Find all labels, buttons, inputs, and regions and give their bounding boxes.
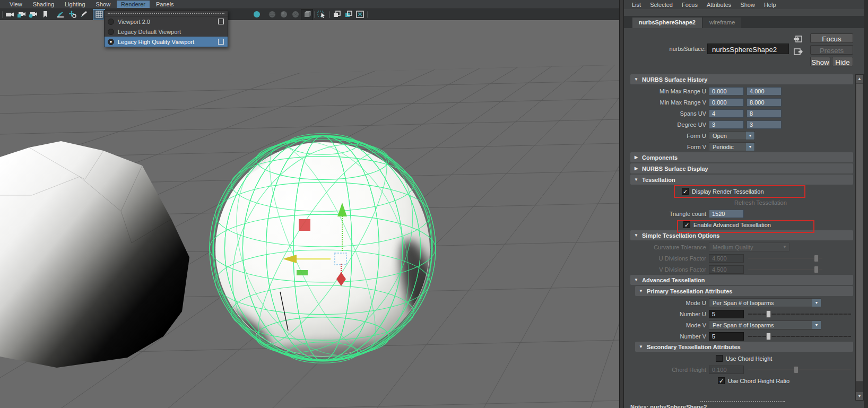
section-nurbs-surface-history[interactable]: ▼ NURBS Surface History	[630, 74, 853, 84]
pencil-icon[interactable]	[78, 10, 89, 20]
number-v-field[interactable]: 5	[709, 332, 744, 341]
number-u-field[interactable]: 5	[709, 310, 744, 318]
section-primary-tessellation-attributes[interactable]: ▼ Primary Tessellation Attributes	[635, 286, 853, 296]
section-components[interactable]: ▶ Components	[630, 152, 853, 162]
slider-handle[interactable]	[766, 333, 771, 340]
checkbox-label: Use Chord Height Ratio	[728, 378, 789, 384]
menu-item-legacy-high-quality[interactable]: ● Legacy High Quality Viewport	[105, 37, 228, 47]
mode-u-dropdown[interactable]: Per Span # of Isoparms ▼	[709, 298, 821, 307]
manip-plane-handle-red[interactable]	[299, 219, 310, 231]
menu-show[interactable]: Show	[92, 1, 115, 8]
section-simple-tessellation-options[interactable]: ▼ Simple Tessellation Options	[630, 230, 853, 240]
grid-icon[interactable]	[93, 10, 105, 20]
min-range-u-field[interactable]: 0.000	[709, 87, 744, 96]
breakout-tab-icon[interactable]	[794, 48, 803, 56]
spans-v-field[interactable]: 8	[747, 109, 782, 118]
copy-tab-icon[interactable]	[794, 35, 803, 43]
enable-advanced-tessellation-checkbox[interactable]: ✓	[683, 221, 690, 228]
isolate-select-icon[interactable]	[331, 10, 342, 20]
ae-menu-list[interactable]: List	[628, 1, 645, 8]
mode-v-dropdown[interactable]: Per Span # of Isoparms ▼	[709, 320, 821, 329]
bookmark-icon[interactable]	[39, 10, 50, 20]
menu-item-viewport-2[interactable]: Viewport 2.0	[105, 16, 228, 27]
ae-header-area: nurbsSurface: Focus Presets Show Hide	[624, 28, 868, 74]
section-title: NURBS Surface History	[642, 76, 707, 83]
ae-menu-focus[interactable]: Focus	[678, 1, 701, 8]
camera-lock-icon[interactable]	[16, 10, 27, 20]
dropdown-value: Per Span # of Isoparms	[709, 300, 812, 306]
max-range-u-field[interactable]: 4.000	[747, 87, 782, 96]
focus-button[interactable]: Focus	[810, 33, 853, 43]
tab-wireframe[interactable]: wireframe	[703, 18, 741, 28]
option-box-icon[interactable]	[218, 39, 224, 45]
wireframe-sphere-icon[interactable]	[266, 10, 277, 20]
viewport-3d-canvas[interactable]	[0, 20, 619, 408]
max-range-v-field[interactable]: 8.000	[747, 98, 782, 107]
manip-plane-handle-green[interactable]	[297, 270, 308, 275]
degree-u-field[interactable]: 3	[709, 120, 744, 129]
ae-menu-selected[interactable]: Selected	[646, 1, 676, 8]
min-range-v-field[interactable]: 0.000	[709, 98, 744, 107]
notes-splitter-handle[interactable]	[700, 401, 785, 402]
lighting-icon[interactable]	[55, 10, 66, 20]
menu-view[interactable]: View	[5, 1, 27, 8]
surface-name-field[interactable]	[707, 44, 789, 54]
section-nurbs-surface-display[interactable]: ▶ NURBS Surface Display	[630, 163, 853, 173]
use-chord-height-ratio-checkbox[interactable]: ✓	[718, 377, 725, 384]
isolate-swap-icon[interactable]	[354, 10, 366, 20]
ae-menu-help[interactable]: Help	[760, 1, 780, 8]
refresh-tessellation-button[interactable]: Refresh Tessellation	[734, 199, 787, 206]
menu-lighting[interactable]: Lighting	[60, 1, 90, 8]
textured-cube-icon[interactable]	[301, 10, 313, 20]
ae-scrollbar[interactable]: ▲ ▼	[855, 74, 864, 401]
menu-item-label: Legacy High Quality Viewport	[118, 39, 194, 45]
menu-panels[interactable]: Panels	[152, 1, 178, 8]
show-button[interactable]: Show	[810, 57, 830, 66]
number-v-slider[interactable]	[748, 333, 851, 340]
pan-zoom-icon[interactable]	[66, 10, 77, 20]
camera-gear-icon[interactable]	[28, 10, 39, 20]
menu-tearoff-handle[interactable]	[105, 11, 228, 16]
select-tool-icon[interactable]	[316, 10, 327, 20]
option-box-icon[interactable]	[218, 19, 224, 24]
viewport-pane[interactable]: View Shading Lighting Show Renderer Pane…	[0, 0, 619, 408]
textured-sphere-icon[interactable]	[290, 10, 301, 20]
chord-height-slider	[748, 366, 851, 374]
camera-icon[interactable]	[4, 10, 15, 20]
spans-u-field[interactable]: 4	[709, 109, 744, 118]
isolate-add-icon[interactable]	[343, 10, 354, 20]
section-secondary-tessellation-attributes[interactable]: ▼ Secondary Tessellation Attributes	[635, 342, 853, 352]
form-v-dropdown[interactable]: Periodic ▼	[709, 142, 755, 151]
chevron-down-icon: ▼	[780, 243, 789, 251]
toolbar-grip[interactable]	[1, 10, 4, 19]
attr-label: Number V	[630, 333, 709, 340]
tab-nurbssphereshape2[interactable]: nurbsSphereShape2	[632, 18, 702, 28]
presets-button[interactable]: Presets	[810, 45, 853, 55]
form-u-dropdown[interactable]: Open ▼	[709, 131, 755, 140]
attr-label: Mode V	[630, 322, 709, 328]
chevron-down-icon: ▼	[812, 321, 821, 329]
chevron-down-icon: ▼	[812, 299, 821, 307]
section-advanced-tessellation[interactable]: ▼ Advanced Tessellation	[630, 275, 853, 285]
slider-handle[interactable]	[766, 310, 771, 318]
menu-shading[interactable]: Shading	[29, 1, 58, 8]
attr-label: V Divisions Factor	[630, 266, 709, 273]
ae-menu-attributes[interactable]: Attributes	[703, 1, 735, 8]
use-chord-height-checkbox[interactable]	[716, 355, 723, 362]
gate-mask-icon[interactable]	[251, 10, 262, 20]
menu-renderer[interactable]: Renderer	[117, 1, 150, 8]
section-tessellation[interactable]: ▼ Tessellation	[630, 175, 853, 185]
number-u-slider[interactable]	[748, 310, 851, 318]
menu-item-legacy-default[interactable]: Legacy Default Viewport	[105, 27, 228, 37]
triangle-count-field[interactable]: 1520	[709, 210, 744, 218]
shaded-sphere-icon[interactable]	[278, 10, 289, 20]
attr-label: Form V	[630, 144, 709, 150]
scrollbar-up-arrow[interactable]: ▲	[856, 75, 863, 83]
scrollbar-thumb[interactable]	[856, 83, 863, 381]
ae-menu-show[interactable]: Show	[736, 1, 759, 8]
pane-divider[interactable]	[619, 0, 624, 408]
hide-button[interactable]: Hide	[832, 57, 853, 66]
scrollbar-down-arrow[interactable]: ▼	[856, 392, 863, 400]
degree-v-field[interactable]: 3	[747, 120, 782, 129]
display-render-tessellation-checkbox[interactable]: ✓	[682, 188, 689, 195]
